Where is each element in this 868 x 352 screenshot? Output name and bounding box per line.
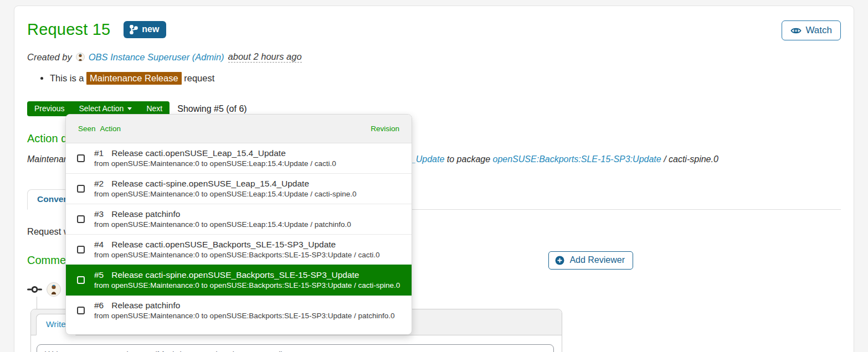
request-type-prefix: This is a — [50, 73, 86, 83]
action-item-title: #2Release cacti-spine.openSUSE_Leap_15.4… — [94, 179, 309, 188]
code-branch-icon — [130, 25, 138, 34]
seen-checkbox[interactable] — [77, 307, 85, 314]
target-project-link[interactable]: openSUSE:Backports:SLE-15-SP3:Update — [493, 154, 661, 164]
action-item-detail: from openSUSE:Maintenance:0 to openSUSE:… — [94, 311, 395, 321]
seen-checkbox[interactable] — [77, 246, 85, 253]
comment-form-body — [31, 335, 562, 352]
watch-button-label: Watch — [805, 25, 832, 36]
select-action-label: Select Action — [79, 104, 124, 113]
seen-checkbox[interactable] — [77, 215, 85, 223]
request-header: Request 15 new — [27, 20, 841, 40]
action-item-1[interactable]: #1Release cacti.openSUSE_Leap_15.4_Updat… — [66, 143, 412, 173]
dropdown-header-row: Seen Action Revision — [66, 115, 412, 143]
seen-column-header: Seen — [78, 125, 96, 133]
status-badge: new — [124, 21, 166, 38]
seen-checkbox[interactable] — [77, 276, 85, 284]
action-item-2[interactable]: #2Release cacti-spine.openSUSE_Leap_15.4… — [66, 173, 412, 204]
comment-input[interactable] — [37, 344, 554, 352]
action-item-3[interactable]: #3Release patchinfo from openSUSE:Mainte… — [66, 204, 412, 234]
timeline-connector-line — [37, 297, 37, 309]
request-type-item: This is a Maintenance Release request — [50, 71, 841, 85]
action-item-6[interactable]: #6Release patchinfo from openSUSE:Mainte… — [66, 295, 412, 325]
action-item-4[interactable]: #4Release cacti.openSUSE_Backports_SLE-1… — [66, 234, 412, 265]
action-item-title: #1Release cacti.openSUSE_Leap_15.4_Updat… — [94, 148, 286, 158]
action-item-5-selected[interactable]: #5Release cacti-spine.openSUSE_Backports… — [66, 265, 412, 295]
add-reviewer-button[interactable]: Add Reviewer — [548, 251, 633, 270]
eye-icon — [790, 27, 802, 35]
action-description-suffix: / cacti-spine.0 — [661, 154, 718, 164]
status-badge-label: new — [142, 24, 159, 34]
creator-avatar — [76, 53, 85, 61]
add-reviewer-label: Add Reviewer — [569, 255, 625, 265]
created-timestamp: about 2 hours ago — [228, 51, 302, 63]
action-item-title: #5Release cacti-spine.openSUSE_Backports… — [94, 270, 359, 279]
action-item-detail: from openSUSE:Maintenance:0 to openSUSE:… — [94, 220, 351, 230]
creator-link[interactable]: OBS Instance Superuser (Admin) — [89, 52, 224, 63]
request-type-suffix: request — [182, 73, 215, 83]
showing-action-counter: Showing #5 (of 6) — [177, 104, 246, 114]
timeline-avatar — [47, 282, 61, 297]
watch-button[interactable]: Watch — [782, 20, 841, 40]
action-description-middle: to package — [444, 154, 492, 164]
action-item-detail: from openSUSE:Maintenance:0 to openSUSE:… — [94, 159, 336, 169]
plus-circle-icon — [555, 256, 564, 265]
select-action-dropdown: Seen Action Revision #1Release cacti.ope… — [65, 114, 412, 335]
previous-action-button[interactable]: Previous — [27, 101, 71, 116]
action-item-title: #4Release cacti.openSUSE_Backports_SLE-1… — [94, 240, 336, 249]
caret-down-icon — [127, 107, 132, 110]
created-by-line: Created by OBS Instance Superuser (Admin… — [27, 51, 841, 63]
action-item-detail: from openSUSE:Maintenance:0 to openSUSE:… — [94, 189, 357, 199]
page-title: Request 15 — [27, 20, 110, 39]
action-item-title: #6Release patchinfo — [94, 301, 180, 310]
action-column-header: Action — [100, 125, 121, 133]
maintenance-release-highlight: Maintenance Release — [86, 72, 182, 85]
created-by-label: Created by — [27, 52, 72, 63]
action-item-detail: from openSUSE:Maintenance:0 to openSUSE:… — [94, 281, 400, 291]
seen-checkbox[interactable] — [77, 185, 85, 193]
timeline-commit-icon — [27, 285, 42, 294]
seen-checkbox[interactable] — [77, 154, 85, 162]
action-item-title: #3Release patchinfo — [94, 209, 180, 219]
revision-column-header: Revision — [371, 125, 399, 133]
request-info-list: This is a Maintenance Release request — [50, 71, 841, 85]
action-item-detail: from openSUSE:Maintenance:0 to openSUSE:… — [94, 250, 380, 260]
